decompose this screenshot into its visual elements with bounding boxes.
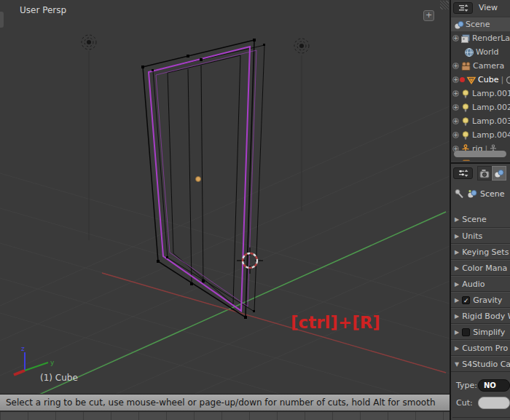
outliner-row-scene[interactable]: Scene: [451, 17, 510, 31]
panel-gravity[interactable]: ▶ ✓ Gravity: [451, 292, 510, 308]
panel-keying-sets[interactable]: ▶ Keying Sets: [451, 244, 510, 260]
expand-icon[interactable]: +: [452, 104, 459, 111]
expand-icon[interactable]: +: [452, 90, 459, 97]
outliner-row-lamp001[interactable]: + Lamp.001: [451, 87, 510, 100]
lamp-icon: [460, 130, 471, 140]
disclosure-triangle-icon: ▶: [455, 297, 459, 304]
expand-icon[interactable]: +: [452, 63, 459, 69]
object-origin-dot: [196, 177, 201, 182]
panel-separator: [452, 417, 510, 418]
scene-icon: [467, 189, 477, 199]
type-field-row: Type: NO: [451, 376, 510, 394]
outliner-row-lamp002[interactable]: + Lamp.002: [451, 100, 510, 114]
timeline-strip[interactable]: [0, 412, 450, 420]
expand-icon[interactable]: +: [452, 132, 459, 138]
editor-type-button[interactable]: [453, 167, 473, 179]
hotkey-annotation: [ctrl]+[R]: [291, 313, 380, 332]
tab-scene[interactable]: [492, 166, 506, 181]
world-icon: [464, 47, 474, 58]
outliner-row-camera[interactable]: + Camera: [451, 59, 510, 73]
mesh-data-icon: [466, 75, 476, 85]
outliner-row-cube[interactable]: + Cube |: [451, 73, 510, 87]
disclosure-triangle-icon: ▶: [455, 249, 459, 255]
floor-grid: [0, 106, 450, 394]
outliner-editor-icon: [458, 4, 468, 12]
gravity-checkbox[interactable]: ✓: [462, 296, 470, 304]
editor-type-button[interactable]: [453, 2, 473, 14]
toolshelf-tab[interactable]: [0, 12, 4, 28]
properties-editor: Scene ▶ Scene ▶ Units ▶ Keying Sets ▶ Co…: [451, 162, 510, 420]
disclosure-triangle-icon: ▶: [455, 265, 459, 272]
lamp-icon: [460, 89, 471, 99]
cut-field-row: Cut:: [451, 394, 510, 411]
outliner-row-lamp004[interactable]: + Lamp.004: [451, 128, 510, 142]
disclosure-triangle-icon: ▶: [455, 329, 459, 336]
tab-render[interactable]: [477, 166, 492, 181]
type-dropdown[interactable]: NO: [478, 379, 510, 392]
viewport-header: Select a ring to be cut, use mouse-wheel…: [0, 394, 450, 411]
outliner-row-world[interactable]: World: [451, 45, 510, 59]
pin-icon[interactable]: [454, 189, 464, 199]
expand-icon[interactable]: +: [452, 118, 459, 124]
lamp-object-icon[interactable]: [294, 39, 309, 53]
expand-panel-button[interactable]: +: [423, 10, 434, 21]
properties-editor-icon: [458, 169, 468, 178]
breadcrumb-label: Scene: [480, 189, 505, 199]
outliner-view-menu[interactable]: View: [479, 3, 498, 12]
panel-rigid-body-world[interactable]: ▶ Rigid Body W: [451, 308, 510, 324]
3d-viewport-canvas[interactable]: z y: [0, 0, 450, 394]
panel-s4studio[interactable]: ▼ S4Studio Ca: [451, 356, 510, 372]
disclosure-triangle-icon: ▶: [455, 233, 459, 239]
outliner-header: View: [451, 0, 510, 16]
cut-input[interactable]: [478, 397, 510, 409]
disclosure-triangle-icon: ▶: [455, 345, 459, 352]
gizmo-y-label: y: [50, 359, 55, 366]
disclosure-triangle-icon: ▶: [455, 313, 459, 320]
gizmo-z-label: z: [21, 345, 25, 352]
grid-y-axis-line: [18, 212, 446, 394]
mesh-wireframe[interactable]: [141, 39, 265, 319]
scene-icon: [454, 20, 464, 30]
active-object-dot: [460, 77, 465, 82]
disclosure-triangle-icon: ▶: [455, 216, 459, 223]
corner-grip[interactable]: [440, 1, 449, 9]
3d-cursor: [237, 247, 263, 274]
outliner-scrollbar[interactable]: [454, 151, 506, 157]
mesh-object-icon: [460, 158, 472, 162]
3d-viewport[interactable]: z y User Persp (1) Cube [ctrl]+[R] +: [0, 0, 450, 394]
panel-custom-props[interactable]: ▶ Custom Pro: [451, 340, 510, 356]
restrict-icon[interactable]: [505, 76, 510, 84]
lamp-object-icon[interactable]: [82, 35, 96, 49]
outliner-row-renderlayers[interactable]: + RenderLay: [451, 31, 510, 45]
axis-gizmo: z y: [14, 345, 55, 375]
camera-icon: [460, 61, 471, 71]
scene-tab-icon: [494, 168, 504, 178]
properties-header: [451, 164, 510, 184]
right-panel: View Scene + RenderLay World: [450, 0, 510, 420]
disclosure-triangle-icon: ▶: [455, 281, 459, 288]
render-camera-icon: [479, 169, 490, 178]
panel-audio[interactable]: ▶ Audio: [451, 276, 510, 292]
outliner: View Scene + RenderLay World: [451, 0, 510, 161]
outliner-row-lamp003[interactable]: + Lamp.003: [451, 114, 510, 128]
active-object-label: (1) Cube: [40, 373, 78, 383]
blender-window: z y User Persp (1) Cube [ctrl]+[R] + Sel…: [0, 0, 510, 420]
expand-icon[interactable]: +: [452, 76, 459, 83]
panel-units[interactable]: ▶ Units: [451, 228, 510, 244]
view-mode-label: User Persp: [20, 5, 66, 15]
lamp-icon: [460, 103, 471, 113]
panel-simplify[interactable]: ▶ Simplify: [451, 324, 510, 340]
operator-hint-text: Select a ring to be cut, use mouse-wheel…: [0, 397, 436, 408]
panel-scene[interactable]: ▶ Scene: [451, 212, 510, 228]
breadcrumb: Scene: [454, 189, 505, 199]
expand-icon[interactable]: +: [452, 35, 459, 41]
panel-color-management[interactable]: ▶ Color Mana: [451, 260, 510, 276]
disclosure-triangle-icon: ▼: [455, 361, 459, 368]
renderlayers-icon: [460, 33, 471, 44]
lamp-icon: [460, 116, 471, 127]
simplify-checkbox[interactable]: [462, 328, 470, 336]
